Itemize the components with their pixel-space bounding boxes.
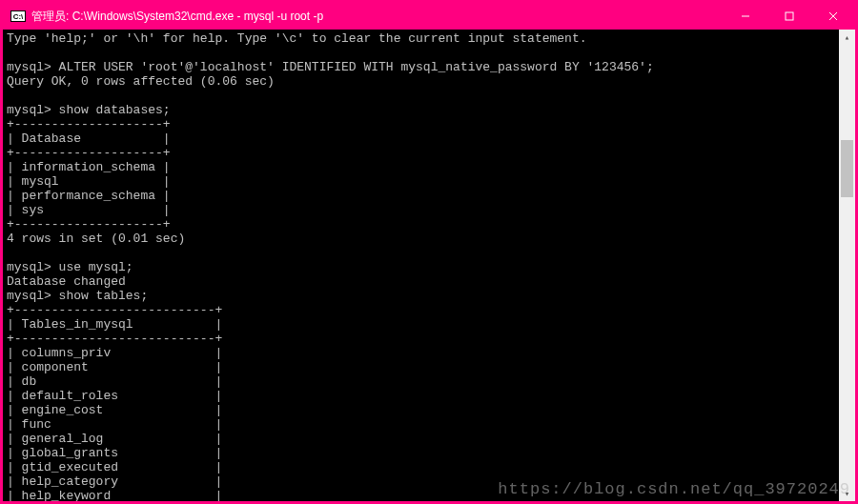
scroll-track[interactable] bbox=[839, 45, 855, 486]
minimize-button[interactable] bbox=[724, 3, 767, 30]
close-icon bbox=[828, 11, 838, 21]
titlebar[interactable]: C:\ 管理员: C:\Windows\System32\cmd.exe - m… bbox=[3, 3, 855, 30]
cmd-icon: C:\ bbox=[10, 10, 26, 22]
app-icon: C:\ bbox=[10, 10, 26, 23]
minimize-icon bbox=[741, 11, 750, 21]
terminal-output[interactable]: Type 'help;' or '\h' for help. Type '\c'… bbox=[3, 30, 839, 501]
chevron-down-icon: ▾ bbox=[845, 489, 849, 499]
scroll-thumb[interactable] bbox=[841, 140, 853, 197]
close-button[interactable] bbox=[811, 3, 855, 30]
maximize-icon bbox=[785, 11, 794, 21]
chevron-up-icon: ▴ bbox=[845, 32, 849, 43]
window-controls bbox=[724, 3, 855, 30]
terminal-area: Type 'help;' or '\h' for help. Type '\c'… bbox=[3, 30, 855, 501]
svg-rect-1 bbox=[786, 12, 793, 20]
window-title: 管理员: C:\Windows\System32\cmd.exe - mysql… bbox=[31, 9, 323, 25]
scroll-down-button[interactable]: ▾ bbox=[839, 486, 855, 501]
scroll-up-button[interactable]: ▴ bbox=[839, 30, 855, 45]
cmd-window: C:\ 管理员: C:\Windows\System32\cmd.exe - m… bbox=[0, 0, 858, 504]
maximize-button[interactable] bbox=[767, 3, 811, 30]
vertical-scrollbar[interactable]: ▴ ▾ bbox=[839, 30, 855, 501]
